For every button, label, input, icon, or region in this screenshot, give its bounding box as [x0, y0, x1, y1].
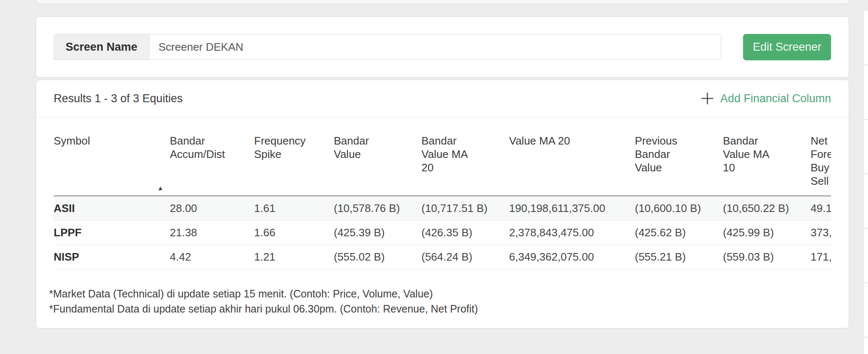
column-header-previous[interactable]: Previous Bandar Value — [635, 117, 723, 196]
table-body: ASII28.001.61(10,578.76 B)(10,717.51 B)1… — [54, 196, 831, 269]
column-header-value-ma-20[interactable]: Value MA 20 — [509, 117, 635, 196]
add-financial-column-label: Add Financial Column — [720, 92, 831, 105]
symbol-cell[interactable]: NISP — [54, 245, 170, 269]
value-cell: 49.1 — [811, 196, 831, 221]
offscreen-panel-edge — [863, 11, 868, 354]
footnote-market-data: *Market Data (Technical) di update setia… — [49, 286, 831, 301]
plus-icon — [701, 92, 714, 105]
value-cell: (10,600.10 B) — [635, 196, 723, 221]
column-header-frequency[interactable]: Frequency Spike — [254, 117, 334, 196]
value-cell: 6,349,362,075.00 — [509, 245, 635, 269]
value-cell: (425.99 B) — [723, 221, 811, 245]
sort-asc-icon: ▲ — [157, 185, 164, 191]
footnotes: *Market Data (Technical) di update setia… — [49, 286, 831, 316]
value-cell: (425.39 B) — [334, 221, 421, 245]
value-cell: (10,578.76 B) — [334, 196, 421, 221]
column-header-bandar[interactable]: Bandar Value MA 10 — [723, 117, 811, 196]
value-cell: 2,378,843,475.00 — [509, 221, 635, 245]
value-cell: 1.21 — [254, 245, 334, 269]
table-row-nisp: NISP4.421.21(555.02 B)(564.24 B)6,349,36… — [54, 245, 831, 269]
results-header: Results 1 - 3 of 3 Equities Add Financia… — [36, 80, 849, 117]
screener-table-container: SymbolBandar Accum/Dist▲Frequency SpikeB… — [54, 117, 831, 269]
value-cell: (425.62 B) — [635, 221, 723, 245]
screener-table: SymbolBandar Accum/Dist▲Frequency SpikeB… — [54, 117, 831, 269]
column-header-bandar[interactable]: Bandar Value MA 20 — [421, 117, 509, 196]
value-cell: (555.02 B) — [334, 245, 421, 269]
edit-screener-button[interactable]: Edit Screener — [743, 34, 831, 60]
value-cell: (555.21 B) — [635, 245, 723, 269]
symbol-cell[interactable]: ASII — [54, 196, 170, 221]
column-header-bandar[interactable]: Bandar Value — [334, 117, 421, 196]
screen-name-row: Screen Name Edit Screener — [36, 17, 849, 77]
value-cell: 190,198,611,375.00 — [509, 196, 635, 221]
value-cell: 21.38 — [170, 221, 254, 245]
results-summary: Results 1 - 3 of 3 Equities — [54, 92, 183, 105]
screen-name-card: Screen Name Edit Screener — [36, 16, 849, 78]
value-cell: 1.66 — [254, 221, 334, 245]
table-row-lppf: LPPF21.381.66(425.39 B)(426.35 B)2,378,8… — [54, 221, 831, 245]
value-cell: 373, — [811, 221, 831, 245]
table-row-asii: ASII28.001.61(10,578.76 B)(10,717.51 B)1… — [54, 196, 831, 221]
value-cell: (426.35 B) — [421, 221, 509, 245]
screen-name-control: Screen Name — [54, 34, 721, 60]
value-cell: 171, — [811, 245, 831, 269]
value-cell: (10,650.22 B) — [723, 196, 811, 221]
value-cell: 1.61 — [254, 196, 334, 221]
column-header-symbol[interactable]: Symbol — [54, 117, 170, 196]
value-cell: 28.00 — [170, 196, 254, 221]
value-cell: (10,717.51 B) — [421, 196, 509, 221]
column-header-net[interactable]: Net Foreign Buy Sell — [811, 117, 831, 196]
add-financial-column-link[interactable]: Add Financial Column — [701, 92, 831, 105]
value-cell: (559.03 B) — [723, 245, 811, 269]
results-card: Results 1 - 3 of 3 Equities Add Financia… — [36, 80, 849, 328]
table-header-row: SymbolBandar Accum/Dist▲Frequency SpikeB… — [54, 117, 831, 196]
value-cell: (564.24 B) — [421, 245, 509, 269]
screener-page: Screen Name Edit Screener Results 1 - 3 … — [0, 0, 868, 354]
screen-name-label: Screen Name — [54, 34, 149, 59]
value-cell: 4.42 — [170, 245, 254, 269]
symbol-cell[interactable]: LPPF — [54, 221, 170, 245]
column-header-bandar[interactable]: Bandar Accum/Dist▲ — [170, 117, 254, 196]
previous-card-edge — [36, 0, 849, 4]
footnote-fundamental-data: *Fundamental Data di update setiap akhir… — [49, 301, 831, 316]
screen-name-input[interactable] — [149, 34, 721, 59]
